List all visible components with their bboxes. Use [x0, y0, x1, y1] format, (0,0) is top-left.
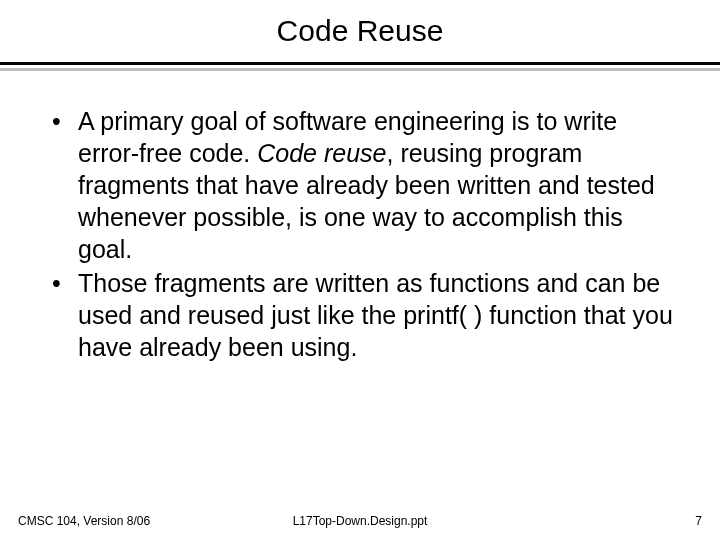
slide: Code Reuse A primary goal of software en… — [0, 0, 720, 540]
title-divider — [0, 62, 720, 71]
list-item: Those fragments are written as functions… — [52, 267, 682, 363]
bullet-list: A primary goal of software engineering i… — [52, 105, 682, 363]
list-item: A primary goal of software engineering i… — [52, 105, 682, 265]
slide-body: A primary goal of software engineering i… — [0, 71, 720, 363]
footer-page-number: 7 — [695, 514, 702, 528]
slide-title: Code Reuse — [0, 0, 720, 58]
bullet-text-pre: Those fragments are written as functions… — [78, 269, 673, 361]
footer-center: L17Top-Down.Design.ppt — [0, 514, 720, 528]
bullet-text-em: Code reuse — [257, 139, 386, 167]
